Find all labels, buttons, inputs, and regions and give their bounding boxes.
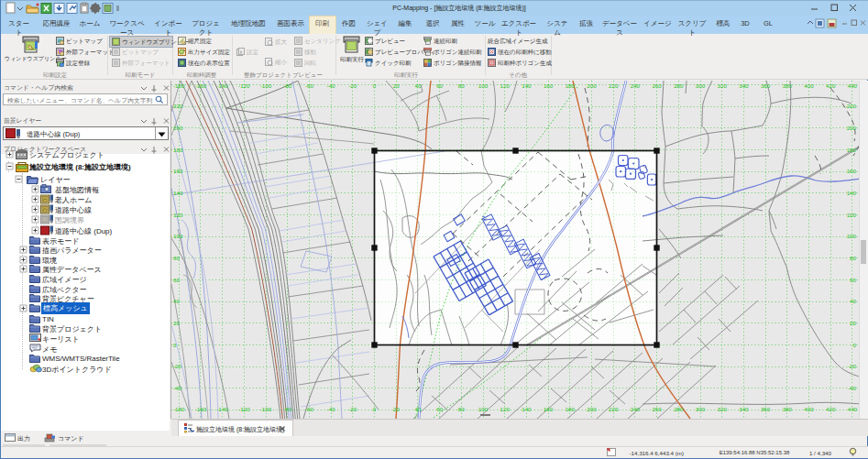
svg-text:-80: -80 [283, 406, 292, 412]
svg-text:-160: -160 [195, 406, 207, 412]
svg-text:220: 220 [609, 82, 619, 89]
svg-text:-120: -120 [238, 82, 250, 89]
svg-text:320: 320 [718, 82, 728, 89]
svg-text:60: 60 [436, 82, 443, 89]
svg-text:-20: -20 [173, 363, 182, 369]
svg-text:200: 200 [173, 125, 183, 131]
svg-text:-40: -40 [327, 82, 336, 89]
svg-text:200: 200 [587, 406, 597, 412]
svg-text:220: 220 [609, 406, 619, 412]
svg-text:-60: -60 [305, 406, 314, 412]
svg-text:300: 300 [696, 82, 706, 89]
svg-text:-20: -20 [348, 406, 357, 412]
svg-text:240: 240 [631, 82, 641, 89]
svg-text:160: 160 [847, 168, 857, 174]
svg-text:20: 20 [173, 320, 180, 326]
svg-text:20: 20 [393, 82, 400, 89]
svg-text:400: 400 [804, 406, 814, 412]
svg-text:40: 40 [414, 406, 421, 412]
svg-text:0: 0 [373, 82, 377, 89]
svg-text:200: 200 [587, 82, 597, 89]
svg-text:200: 200 [847, 125, 857, 131]
svg-text:180: 180 [847, 147, 857, 153]
svg-text:440: 440 [848, 82, 858, 89]
svg-text:380: 380 [783, 82, 793, 89]
svg-text:100: 100 [478, 82, 489, 89]
svg-text:360: 360 [761, 82, 771, 89]
svg-text:100: 100 [478, 406, 489, 412]
svg-text:-20: -20 [848, 363, 857, 369]
svg-text:180: 180 [566, 406, 576, 412]
svg-text:260: 260 [652, 406, 662, 412]
svg-text:120: 120 [500, 406, 511, 412]
svg-text:120: 120 [847, 212, 857, 218]
svg-text:260: 260 [652, 82, 662, 89]
svg-text:140: 140 [847, 190, 857, 196]
svg-text:40: 40 [414, 82, 421, 89]
svg-text:300: 300 [696, 406, 706, 412]
svg-text:100: 100 [173, 233, 183, 239]
svg-text:-80: -80 [283, 82, 292, 89]
svg-text:20: 20 [850, 320, 856, 326]
svg-text:360: 360 [761, 406, 771, 412]
svg-text:60: 60 [850, 277, 856, 283]
svg-text:80: 80 [458, 82, 465, 89]
svg-text:320: 320 [718, 406, 728, 412]
svg-text:0: 0 [853, 342, 857, 348]
svg-text:340: 340 [739, 82, 749, 89]
svg-text:160: 160 [544, 82, 554, 89]
svg-text:-140: -140 [216, 406, 228, 412]
svg-text:-160: -160 [195, 82, 207, 89]
svg-text:120: 120 [173, 212, 183, 218]
svg-text:140: 140 [173, 190, 183, 196]
svg-text:-180: -180 [173, 406, 185, 412]
svg-text:-20: -20 [348, 82, 357, 89]
svg-text:40: 40 [850, 298, 856, 304]
svg-text:80: 80 [850, 255, 856, 261]
svg-text:280: 280 [674, 82, 684, 89]
svg-text:-180: -180 [173, 82, 185, 89]
svg-text:440: 440 [848, 406, 858, 412]
svg-text:-120: -120 [238, 406, 250, 412]
svg-text:180: 180 [566, 82, 576, 89]
svg-text:400: 400 [804, 82, 814, 89]
svg-text:-100: -100 [260, 82, 272, 89]
svg-text:280: 280 [674, 406, 684, 412]
svg-text:-40: -40 [848, 385, 857, 391]
svg-text:-60: -60 [305, 82, 314, 89]
svg-text:60: 60 [436, 406, 443, 412]
svg-text:180: 180 [173, 147, 183, 153]
svg-text:60: 60 [173, 277, 180, 283]
svg-text:120: 120 [500, 82, 511, 89]
svg-text:80: 80 [173, 255, 180, 261]
svg-text:340: 340 [739, 406, 749, 412]
svg-text:40: 40 [173, 298, 180, 304]
svg-text:-100: -100 [260, 406, 272, 412]
svg-text:160: 160 [173, 168, 183, 174]
svg-text:0: 0 [373, 406, 377, 412]
svg-text:100: 100 [847, 233, 857, 239]
svg-text:0: 0 [173, 342, 177, 348]
svg-text:420: 420 [826, 82, 836, 89]
svg-text:-140: -140 [216, 82, 228, 89]
svg-text:240: 240 [631, 406, 641, 412]
svg-text:160: 160 [544, 406, 554, 412]
svg-text:80: 80 [458, 406, 465, 412]
svg-text:220: 220 [847, 103, 857, 109]
svg-text:380: 380 [783, 406, 793, 412]
svg-text:-40: -40 [173, 385, 182, 391]
svg-text:420: 420 [826, 406, 836, 412]
svg-text:20: 20 [393, 406, 400, 412]
svg-text:-40: -40 [327, 406, 336, 412]
svg-text:140: 140 [522, 406, 532, 412]
svg-text:220: 220 [173, 103, 183, 109]
svg-text:140: 140 [522, 82, 532, 89]
